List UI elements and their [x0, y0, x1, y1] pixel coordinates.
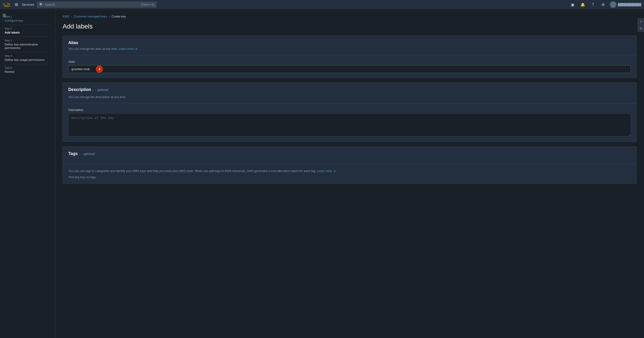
alias-section-title: Alias — [68, 40, 631, 45]
step-item-4: Step 4Define key usage permissions — [4, 52, 50, 64]
tags-heading: Tags - - optional — [68, 151, 631, 158]
alias-card-body: Alias 3 — [63, 55, 636, 78]
breadcrumb-sep-1: › — [71, 15, 72, 18]
alias-input-wrapper: 3 — [68, 65, 631, 73]
description-heading: Description - - optional — [68, 87, 631, 94]
step-badge: 3 — [96, 66, 103, 73]
breadcrumb-kms[interactable]: KMS — [62, 15, 69, 18]
steps-nav: Step 1Configure keyStep 2Add labelsStep … — [0, 13, 55, 76]
description-optional-label: - optional — [95, 88, 108, 92]
alias-card-header: Alias You can change the alias at any ti… — [63, 36, 636, 55]
tags-none: This key has no tags. — [68, 175, 631, 179]
step-label-5: Step 5 — [4, 66, 50, 69]
search-input[interactable] — [45, 3, 140, 6]
terminal-icon[interactable]: ▣ — [570, 1, 576, 8]
tags-card-header: Tags - - optional — [63, 147, 636, 164]
tags-card-body: You can use tags to categorize and ident… — [63, 164, 636, 183]
tags-learn-more-ext-icon: ⧉ — [334, 169, 336, 173]
step-label-2: Step 2 — [4, 27, 50, 30]
settings-icon[interactable]: ⚙ — [600, 1, 606, 8]
step-label-1: Step 1 — [4, 15, 50, 18]
search-bar[interactable]: 🔍 [Option+S] — [37, 1, 157, 8]
help-icon[interactable]: ? — [590, 1, 596, 8]
tags-card: Tags - - optional You can use tags to ca… — [62, 147, 637, 184]
step-item-1: Step 1Configure key — [4, 13, 50, 25]
search-icon: 🔍 — [39, 3, 43, 6]
left-nav: Step 1Configure keyStep 2Add labelsStep … — [0, 9, 55, 338]
step-label-4: Step 4 — [4, 54, 50, 57]
alias-learn-more-ext-icon: ⧉ — [136, 47, 137, 50]
description-field-label: Description — [68, 108, 631, 112]
breadcrumb-current: Create key — [112, 15, 126, 18]
tags-optional-label: - optional — [82, 152, 95, 156]
breadcrumb: KMS › Customer managed keys › Create key — [62, 15, 637, 18]
alias-input[interactable] — [68, 65, 631, 73]
right-icon-info[interactable]: ℹ — [638, 18, 644, 25]
breadcrumb-customer-managed-keys[interactable]: Customer managed keys — [74, 15, 107, 18]
alias-section-description: You can change the alias at any time. Le… — [68, 47, 631, 50]
alias-learn-more-link[interactable]: Learn more — [119, 47, 134, 50]
page-title: Add labels — [62, 23, 637, 30]
right-icon-globe[interactable]: ⊕ — [638, 25, 644, 32]
step-title-1[interactable]: Configure key — [4, 19, 50, 22]
step-label-3: Step 3 — [4, 39, 50, 42]
step-title-3: Define key administrative permissions — [4, 43, 50, 50]
step-title-5: Review — [4, 70, 50, 73]
search-shortcut: [Option+S] — [141, 3, 154, 6]
sidebar-toggle[interactable]: ☰ — [0, 11, 8, 20]
alias-card: Alias You can change the alias at any ti… — [62, 36, 637, 78]
description-section-desc: You can change the description at any ti… — [68, 95, 631, 99]
grid-icon[interactable]: ⊞ — [14, 1, 19, 8]
main-content: KMS › Customer managed keys › Create key… — [55, 9, 644, 338]
alias-field-label: Alias — [68, 60, 631, 63]
description-card-header: Description - - optional You can change … — [63, 83, 636, 104]
user-info: ████████████ — [618, 3, 641, 6]
layout: ☰ Step 1Configure keyStep 2Add labelsSte… — [0, 9, 644, 338]
tags-info: You can use tags to categorize and ident… — [68, 169, 631, 173]
step-item-5: Step 5Review — [4, 64, 50, 76]
description-textarea[interactable] — [68, 113, 631, 136]
bell-icon[interactable]: 🔔 — [580, 1, 586, 8]
tags-section-title: Tags — [68, 151, 78, 156]
description-section-title: Description — [68, 87, 91, 92]
description-card-body: Description — [63, 104, 636, 142]
step-item-3: Step 3Define key administrative permissi… — [4, 37, 50, 52]
tags-learn-more-link[interactable]: Learn more — [317, 169, 332, 173]
aws-logo[interactable] — [3, 0, 11, 9]
services-label[interactable]: Services — [22, 3, 34, 6]
step-item-2: Step 2Add labels — [4, 25, 50, 37]
breadcrumb-sep-2: › — [109, 15, 110, 18]
step-title-4: Define key usage permissions — [4, 58, 50, 62]
top-nav: ⊞ Services 🔍 [Option+S] ▣ 🔔 ? ⚙ ████████… — [0, 0, 644, 9]
right-icons: ℹ ⊕ — [638, 18, 644, 32]
nav-right: ▣ 🔔 ? ⚙ ████████████ — [570, 1, 641, 8]
avatar — [610, 1, 616, 8]
user-menu[interactable]: ████████████ — [610, 1, 641, 8]
step-title-2: Add labels — [4, 31, 50, 34]
description-card: Description - - optional You can change … — [62, 82, 637, 142]
